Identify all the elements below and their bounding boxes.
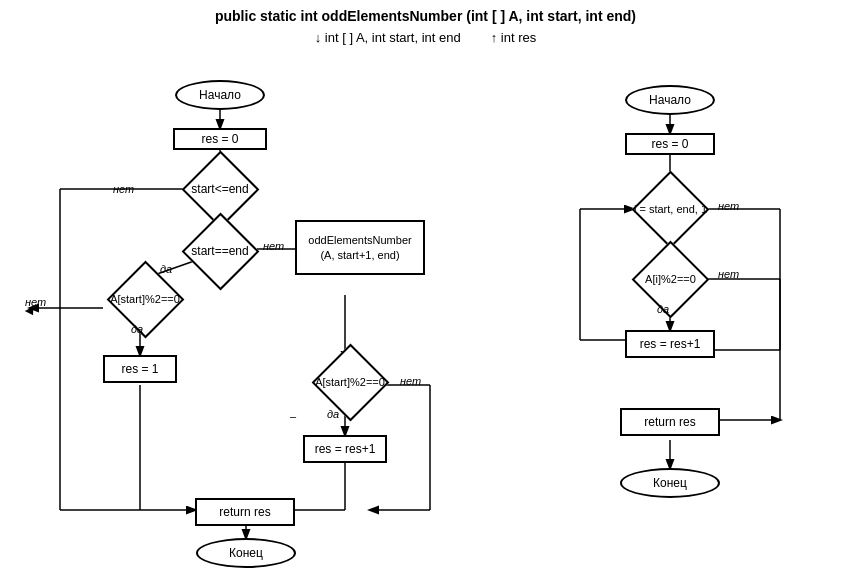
- right-return-rect: return res: [620, 408, 720, 436]
- left-cond3-wrapper: A[start]%2==0: [95, 272, 195, 327]
- left-start-oval: Начало: [175, 80, 265, 110]
- label-dash: –: [290, 410, 296, 422]
- right-cond-wrapper: A[i]%2==0: [618, 252, 723, 307]
- label-net-4: нет: [400, 375, 421, 387]
- label-da-3: да: [327, 408, 339, 420]
- left-arrow-head: ◄: [22, 302, 36, 318]
- left-cond4-wrapper: A[start]%2==0: [295, 355, 405, 410]
- left-res1-rect: res = 1: [103, 355, 177, 383]
- label-da-2: да: [131, 323, 143, 335]
- label-net-2: нет: [263, 240, 284, 252]
- label-net-6: нет: [718, 268, 739, 280]
- label-net-1: нет: [113, 183, 134, 195]
- right-end-oval: Конец: [620, 468, 720, 498]
- subtitle-left: ↓ int [ ] A, int start, int end: [315, 30, 461, 45]
- right-loop-wrapper: i = start, end, 1: [608, 182, 733, 237]
- left-end-oval: Конец: [196, 538, 296, 568]
- left-res2-rect: res = res+1: [303, 435, 387, 463]
- right-res0-rect: res = 0: [625, 133, 715, 155]
- label-da-4: да: [657, 303, 669, 315]
- label-net-5: нет: [718, 200, 739, 212]
- subtitle: ↓ int [ ] A, int start, int end ↑ int re…: [0, 30, 851, 45]
- subtitle-right: ↑ int res: [491, 30, 537, 45]
- left-return-rect: return res: [195, 498, 295, 526]
- diagram-container: public static int oddElementsNumber (int…: [0, 0, 851, 585]
- right-res1-rect: res = res+1: [625, 330, 715, 358]
- left-cond1-wrapper: start<=end: [160, 162, 280, 217]
- left-cond2-wrapper: start==end: [160, 224, 280, 279]
- right-start-oval: Начало: [625, 85, 715, 115]
- left-res0-rect: res = 0: [173, 128, 267, 150]
- page-title: public static int oddElementsNumber (int…: [0, 8, 851, 24]
- left-recursive-rect: oddElementsNumber(A, start+1, end): [295, 220, 425, 275]
